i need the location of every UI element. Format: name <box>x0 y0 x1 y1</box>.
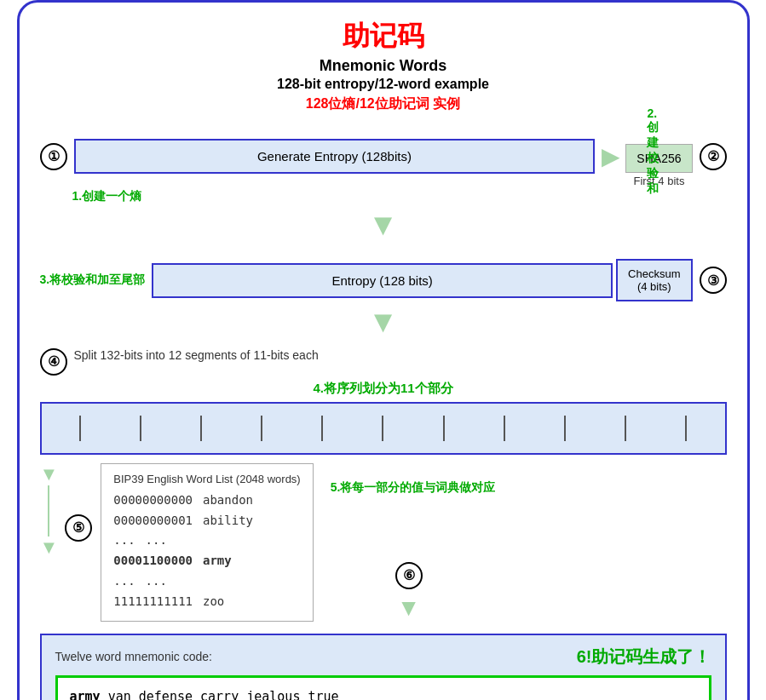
wordlist-title: BIP39 English Word List (2048 words) <box>113 473 300 485</box>
arrow-right-1: ▶ <box>602 142 620 170</box>
seg-div <box>504 416 505 441</box>
seg-div <box>685 416 687 441</box>
main-container: 助记码 Mnemonic Words 128-bit entropy/12-wo… <box>17 0 750 700</box>
arrow-down-3: ▼ <box>397 594 421 622</box>
seg-div <box>79 416 81 441</box>
seg-div <box>625 416 626 441</box>
seg-div <box>382 416 383 441</box>
arrow-left-down-1: ▼ <box>40 463 59 485</box>
label-6: 6!助记码生成了！ <box>577 645 711 668</box>
list-item: ... ... <box>113 571 300 592</box>
checksum-box: Checksum (4 bits) <box>616 259 692 301</box>
subtitle-chinese: 128位熵/12位助记词 实例 <box>40 95 727 113</box>
section6-top: Twelve word mnemonic code: 6!助记码生成了！ <box>55 645 711 668</box>
split-text: Split 132-bits into 12 segments of 11-bi… <box>74 348 319 362</box>
section1-row: ① Generate Entropy (128bits) ▶ 2.创建校验和 S… <box>40 125 727 187</box>
wordlist-box: BIP39 English Word List (2048 words) 000… <box>101 463 313 622</box>
wordlist-content: 00000000000 abandon 00000000001 ability … <box>113 491 300 612</box>
label-3: 3.将校验和加至尾部 <box>40 273 146 288</box>
section3-row: 3.将校验和加至尾部 Entropy (128 bits) Checksum (… <box>40 259 727 301</box>
section4-area: ④ Split 132-bits into 12 segments of 11-… <box>40 348 727 455</box>
entropy-box: Generate Entropy (128bits) <box>74 139 596 174</box>
title-english: Mnemonic Words <box>40 57 727 75</box>
label-5: 5.将每一部分的值与词典做对应 <box>331 480 496 496</box>
seg-div <box>443 416 445 441</box>
seg-div <box>200 416 202 441</box>
label-1: 1.创建一个熵 <box>72 189 142 204</box>
list-item: 00000000000 abandon <box>113 491 300 511</box>
circle-3: ③ <box>700 267 727 294</box>
list-item: 00000000001 ability <box>113 511 300 531</box>
arrow-down-1: ▼ <box>368 211 399 238</box>
sha-box: SHA256 <box>625 144 692 173</box>
circle-4: ④ <box>40 348 67 376</box>
list-item: ... ... <box>113 531 300 551</box>
circle-5: ⑤ <box>65 514 92 542</box>
twelve-word-label: Twelve word mnemonic code: <box>55 650 577 663</box>
vert-line-1 <box>48 485 49 536</box>
sha-column: 2.创建校验和 SHA256 First 4 bits <box>625 125 692 187</box>
section5-area: ▼ ▼ ⑤ BIP39 English Word List (2048 word… <box>40 463 727 622</box>
list-item-army: 00001100000 army <box>113 551 300 571</box>
mnemonic-line1: army van defense carry jealous true <box>70 686 697 700</box>
label-2: 2.创建校验和 <box>647 106 659 197</box>
title-chinese: 助记码 <box>40 18 727 55</box>
mnemonic-output: army van defense carry jealous true garb… <box>55 675 711 700</box>
mnemonic-rest1: van defense carry jealous true <box>108 689 339 700</box>
segments-box <box>40 402 727 455</box>
seg-div <box>321 416 323 441</box>
seg-div <box>261 416 262 441</box>
arrow-left-down-2: ▼ <box>40 536 59 559</box>
wordlist-area: BIP39 English Word List (2048 words) 000… <box>101 463 313 622</box>
subtitle-english: 128-bit entropy/12-word example <box>40 77 727 92</box>
seg-div <box>140 416 141 441</box>
seg-div <box>564 416 566 441</box>
circle-2: ② <box>700 143 727 170</box>
mnemonic-army: army <box>70 689 101 700</box>
first4bits-label: First 4 bits <box>625 175 692 187</box>
section6-area: Twelve word mnemonic code: 6!助记码生成了！ arm… <box>40 634 727 700</box>
label-4: 4.将序列划分为11个部分 <box>40 381 727 397</box>
arrow-down-2: ▼ <box>368 308 399 336</box>
list-item: 11111111111 zoo <box>113 592 300 612</box>
circle-6: ⑥ <box>395 562 423 589</box>
entropy128-box: Entropy (128 bits) <box>152 263 613 298</box>
circle-1: ① <box>40 143 67 170</box>
